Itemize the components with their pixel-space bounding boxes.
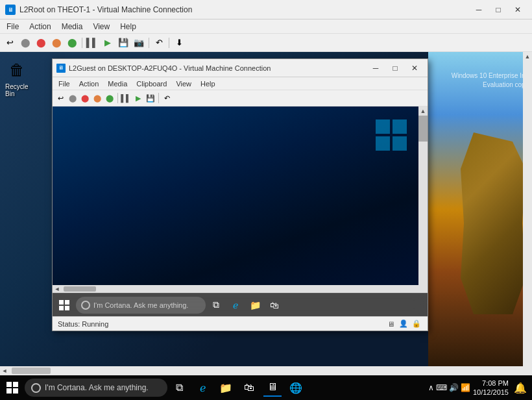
outer-menu-action[interactable]: Action	[25, 21, 54, 32]
inner-desktop: ▲	[53, 106, 428, 285]
inner-search-text: I'm Cortana. Ask me anything.	[93, 301, 188, 309]
clock-time: 7:08 PM	[473, 379, 509, 388]
inner-menu-help[interactable]: Help	[197, 79, 219, 89]
inner-minimize-button[interactable]: ─	[367, 61, 385, 75]
svg-rect-0	[376, 119, 390, 134]
svg-rect-4	[59, 300, 64, 305]
clock-display[interactable]: 7:08 PM 10/12/2015	[473, 379, 509, 397]
outer-explorer-icon[interactable]: 📁	[217, 379, 235, 397]
outer-scrollbar-h-thumb[interactable]	[12, 368, 51, 374]
inner-toolbar-btn-4[interactable]: ⬤	[104, 92, 115, 104]
outer-menu-view[interactable]: View	[89, 21, 114, 32]
outer-menu-media[interactable]: Media	[58, 21, 87, 32]
inner-toolbar-btn-2[interactable]: ⬤	[79, 92, 91, 104]
toolbar-btn-save[interactable]: 💾	[116, 36, 130, 50]
outer-cortana-icon	[31, 383, 41, 393]
toolbar-btn-play[interactable]: ▶	[101, 36, 115, 50]
inner-title-controls: ─ □ ✕	[367, 61, 424, 75]
outer-edge-icon[interactable]: ℯ	[193, 379, 212, 397]
chevron-up-icon[interactable]: ∧	[428, 383, 434, 392]
svg-rect-2	[376, 136, 390, 151]
toolbar-sep-2	[149, 38, 149, 48]
toolbar-btn-snapshot[interactable]: 📷	[132, 36, 146, 50]
outer-menu-file[interactable]: File	[3, 21, 23, 32]
outer-taskbar-right: ∧ ⌨ 🔊 📶 7:08 PM 10/12/2015 🔔	[428, 379, 529, 397]
inner-menu-view[interactable]: View	[172, 79, 195, 89]
inner-toolbar-pause[interactable]: ▌▌	[120, 92, 132, 104]
recycle-bin-label: RecycleBin	[5, 83, 29, 97]
inner-menu-clipboard[interactable]: Clipboard	[132, 79, 171, 89]
cliff-shape	[461, 132, 526, 314]
inner-start-button[interactable]	[55, 296, 73, 314]
toolbar-btn-stop4[interactable]: ⬤	[65, 36, 79, 50]
toolbar-btn-back[interactable]: ↩	[3, 36, 17, 50]
inner-toolbar-btn-back[interactable]: ↩	[54, 92, 66, 104]
outer-search-text: I'm Cortana. Ask me anything.	[45, 383, 149, 392]
svg-rect-3	[393, 136, 407, 151]
inner-vm-window: 🖥 L2Guest on DESKTOP-A2FUQ4O - Virtual M…	[52, 58, 428, 331]
toolbar-btn-pause[interactable]: ▌▌	[85, 36, 99, 50]
outer-vm-icon: 🖥	[5, 5, 16, 15]
inner-edge-icon[interactable]: ℯ	[228, 297, 243, 313]
inner-search-bar[interactable]: I'm Cortana. Ask me anything.	[76, 297, 206, 314]
outer-maximize-button[interactable]: □	[489, 3, 507, 17]
outer-desktop: Windows 10 Enterprise In... Evaluation c…	[0, 52, 532, 366]
inner-maximize-button[interactable]: □	[386, 61, 404, 75]
outer-taskbar-app-icons: ⧉ ℯ 📁 🛍 🖥 🌐	[170, 379, 305, 397]
toolbar-btn-enhance[interactable]: ⬇	[172, 36, 186, 50]
inner-cortana-icon	[81, 301, 90, 310]
outer-task-view-button[interactable]: ⧉	[170, 379, 188, 397]
outer-close-button[interactable]: ✕	[509, 3, 527, 17]
svg-rect-10	[6, 388, 12, 394]
outer-scrollbar-horizontal[interactable]: ◄	[0, 366, 532, 375]
inner-close-button[interactable]: ✕	[405, 61, 424, 75]
outer-vm-window: 🖥 L2Root on THEOT-1 - Virtual Machine Co…	[0, 0, 532, 400]
inner-toolbar-save[interactable]: 💾	[145, 92, 156, 104]
toolbar-sep-1	[82, 38, 82, 48]
outer-search-bar[interactable]: I'm Cortana. Ask me anything.	[25, 379, 167, 397]
inner-scrollbar-thumb[interactable]	[418, 116, 428, 142]
inner-toolbar-btn-3[interactable]: ⬤	[91, 92, 103, 104]
inner-title-bar: 🖥 L2Guest on DESKTOP-A2FUQ4O - Virtual M…	[53, 59, 428, 77]
outer-title-controls: ─ □ ✕	[470, 3, 527, 17]
svg-rect-1	[393, 119, 407, 134]
svg-rect-9	[13, 382, 18, 387]
toolbar-btn-undo[interactable]: ↶	[152, 36, 166, 50]
notification-icon[interactable]: 🔔	[511, 379, 529, 397]
outer-network-icon[interactable]: 🌐	[287, 379, 305, 397]
volume-icon[interactable]: 🔊	[449, 383, 459, 392]
inner-explorer-icon[interactable]: 📁	[247, 297, 263, 313]
inner-toolbar: ↩ ⬤ ⬤ ⬤ ⬤ ▌▌ ▶ 💾 ↶	[53, 90, 428, 106]
outer-menu-bar: File Action Media View Help	[0, 19, 532, 34]
outer-scrollbar-vertical[interactable]: ▲	[523, 52, 532, 366]
toolbar-btn-stop3[interactable]: ⬤	[49, 36, 64, 50]
inner-scrollbar-horizontal[interactable]: ◄	[53, 285, 428, 293]
outer-minimize-button[interactable]: ─	[470, 3, 488, 17]
inner-scrollbar-vertical[interactable]: ▲	[418, 106, 428, 285]
inner-toolbar-sep-2	[158, 93, 159, 103]
keyboard-icon: ⌨	[436, 383, 447, 392]
outer-vm-taskbar-icon[interactable]: 🖥	[263, 379, 282, 397]
network-tray-icon[interactable]: 📶	[461, 383, 470, 392]
toolbar-btn-stop2[interactable]: ⬤	[34, 36, 48, 50]
outer-start-button[interactable]	[3, 378, 22, 397]
inner-task-view-icon[interactable]: ⧉	[208, 297, 224, 313]
inner-scroll-left[interactable]: ◄	[53, 284, 62, 294]
outer-store-icon[interactable]: 🛍	[240, 379, 258, 397]
toolbar-btn-stop1[interactable]: ⬤	[18, 36, 32, 50]
outer-menu-help[interactable]: Help	[116, 21, 140, 32]
outer-scroll-up[interactable]: ▲	[523, 52, 532, 61]
system-tray: ∧ ⌨ 🔊 📶	[428, 383, 470, 392]
recycle-bin[interactable]: 🗑 RecycleBin	[5, 58, 29, 97]
inner-menu-file[interactable]: File	[54, 79, 74, 89]
outer-scroll-left[interactable]: ◄	[0, 366, 9, 375]
inner-menu-media[interactable]: Media	[104, 79, 131, 89]
inner-menu-action[interactable]: Action	[75, 79, 103, 89]
inner-toolbar-undo[interactable]: ↶	[161, 92, 173, 104]
inner-scrollbar-h-thumb[interactable]	[64, 286, 96, 292]
inner-toolbar-btn-1[interactable]: ⬤	[67, 92, 79, 104]
inner-store-icon[interactable]: 🛍	[267, 297, 282, 313]
inner-toolbar-play[interactable]: ▶	[132, 92, 144, 104]
toolbar-sep-3	[169, 38, 169, 48]
inner-scroll-up[interactable]: ▲	[418, 106, 428, 116]
